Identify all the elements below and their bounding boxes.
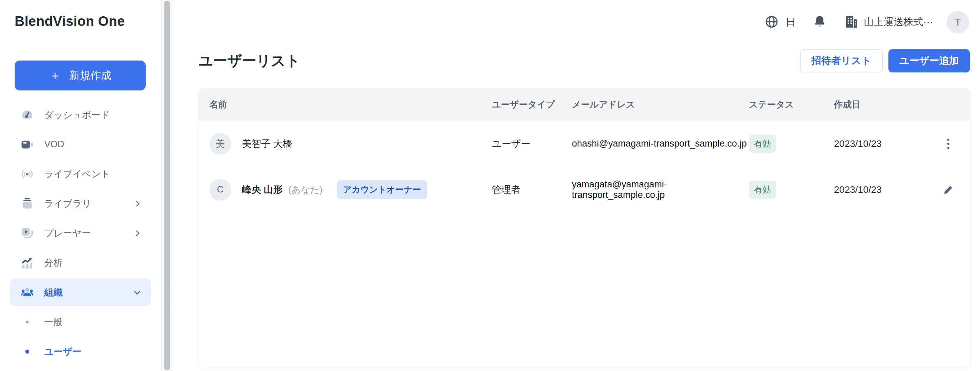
user-type: 管理者 — [492, 183, 572, 196]
bullet-dot-icon — [20, 350, 35, 354]
user-table: 名前 ユーザータイプ メールアドレス ステータス 作成日 美 美智子 大橋 ユー… — [199, 89, 971, 369]
page-actions: 招待者リスト ユーザー追加 — [800, 49, 970, 73]
language-label[interactable]: 日 — [786, 15, 796, 29]
avatar: 美 — [209, 133, 231, 155]
user-avatar[interactable]: T — [947, 11, 969, 33]
sidebar-item-label: ダッシュボード — [44, 109, 110, 121]
video-camera-icon — [20, 137, 35, 152]
status-badge: 有効 — [749, 135, 776, 153]
column-header-created: 作成日 — [834, 98, 926, 111]
name-cell: C 峰央 山形 (あなた) アカウントオーナー — [209, 179, 492, 201]
sidebar-item-library[interactable]: ライブラリ — [0, 189, 161, 218]
column-header-email: メールアドレス — [572, 98, 749, 111]
broadcast-icon — [20, 167, 35, 181]
sidebar-item-label: ライブラリ — [44, 198, 91, 210]
avatar: C — [209, 179, 231, 201]
more-vertical-icon[interactable] — [945, 136, 952, 152]
table-row: 美 美智子 大橋 ユーザー ohashi@yamagami-transport_… — [199, 121, 971, 166]
account-owner-badge: アカウントオーナー — [337, 180, 427, 199]
table-row: C 峰央 山形 (あなた) アカウントオーナー 管理者 yamagata@yam… — [199, 166, 971, 212]
column-header-name: 名前 — [209, 98, 492, 111]
sidebar-item-label: プレーヤー — [44, 227, 91, 239]
sidebar-item-analytics[interactable]: 分析 — [0, 248, 161, 277]
analytics-icon — [20, 256, 35, 270]
sidebar-item-label: 組織 — [44, 286, 63, 298]
sidebar-scrollbar-track — [161, 0, 172, 371]
sidebar-item-label: ユーザー — [44, 346, 81, 358]
actions-cell — [926, 136, 971, 152]
player-icon — [20, 226, 35, 240]
create-new-button[interactable]: ＋ 新規作成 — [14, 60, 146, 90]
sidebar-item-users[interactable]: ユーザー — [0, 337, 161, 366]
invitee-list-button[interactable]: 招待者リスト — [800, 49, 883, 73]
chevron-right-icon — [133, 229, 142, 238]
table-header-row: 名前 ユーザータイプ メールアドレス ステータス 作成日 — [199, 89, 971, 121]
user-email: ohashi@yamagami-transport_sample.co.jp — [572, 138, 749, 149]
app-logo[interactable]: BlendVision One — [14, 14, 125, 29]
gauge-icon — [20, 108, 35, 122]
create-new-label: 新規作成 — [70, 68, 111, 82]
organization-switcher[interactable]: 山上運送株式··· — [843, 14, 933, 31]
page-title: ユーザーリスト — [199, 51, 300, 70]
organization-name: 山上運送株式··· — [864, 15, 933, 29]
sidebar-item-vod[interactable]: VOD — [0, 130, 161, 159]
sidebar-item-dashboard[interactable]: ダッシュボード — [0, 100, 161, 130]
user-email: yamagata@yamagami-transport_sample.co.jp — [572, 179, 749, 200]
plus-icon: ＋ — [49, 69, 61, 82]
people-icon — [20, 285, 35, 300]
sidebar-item-label: 分析 — [44, 257, 63, 269]
status-cell: 有効 — [749, 181, 776, 198]
you-suffix-label: (あなた) — [288, 184, 323, 196]
created-date: 2023/10/23 — [834, 138, 926, 149]
notifications-button[interactable] — [812, 14, 827, 30]
actions-cell — [926, 182, 971, 197]
language-button[interactable] — [764, 14, 780, 31]
user-type: ユーザー — [492, 137, 572, 150]
sidebar-item-organization[interactable]: 組織 — [0, 277, 161, 307]
column-header-status: ステータス — [749, 98, 834, 111]
globe-icon — [764, 14, 780, 31]
sidebar: BlendVision One ＋ 新規作成 ダッシュボード VOD — [0, 0, 161, 371]
bell-icon — [812, 14, 827, 30]
sidebar-item-label: VOD — [44, 139, 64, 150]
sidebar-scrollbar-thumb[interactable] — [164, 1, 170, 370]
chevron-right-icon — [133, 199, 142, 208]
bullet-dot-icon — [20, 321, 35, 323]
status-cell: 有効 — [749, 135, 776, 153]
sidebar-nav: ダッシュボード VOD ライブイベント ライブラリ — [0, 100, 161, 366]
page-header: ユーザーリスト 招待者リスト ユーザー追加 — [199, 47, 970, 75]
sidebar-item-general[interactable]: 一般 — [0, 307, 161, 337]
main-content: 日 山上運送株式··· T ユーザーリスト 招待者リスト ユーザー追加 — [173, 0, 980, 371]
library-icon — [20, 197, 35, 211]
status-badge: 有効 — [749, 181, 776, 198]
app-root: BlendVision One ＋ 新規作成 ダッシュボード VOD — [0, 0, 980, 371]
topbar: 日 山上運送株式··· T — [173, 0, 980, 44]
user-name: 峰央 山形 — [242, 183, 283, 196]
building-icon — [843, 14, 859, 31]
name-cell: 美 美智子 大橋 — [209, 133, 492, 155]
chevron-down-icon — [132, 288, 142, 297]
sidebar-item-label: ライブイベント — [44, 168, 110, 180]
created-date: 2023/10/23 — [834, 184, 926, 195]
user-name: 美智子 大橋 — [242, 137, 293, 150]
add-user-button[interactable]: ユーザー追加 — [888, 49, 970, 73]
edit-icon[interactable] — [941, 182, 956, 197]
sidebar-item-player[interactable]: プレーヤー — [0, 218, 161, 248]
sidebar-item-live-event[interactable]: ライブイベント — [0, 159, 161, 189]
column-header-user-type: ユーザータイプ — [492, 98, 572, 111]
sidebar-item-label: 一般 — [44, 316, 63, 328]
